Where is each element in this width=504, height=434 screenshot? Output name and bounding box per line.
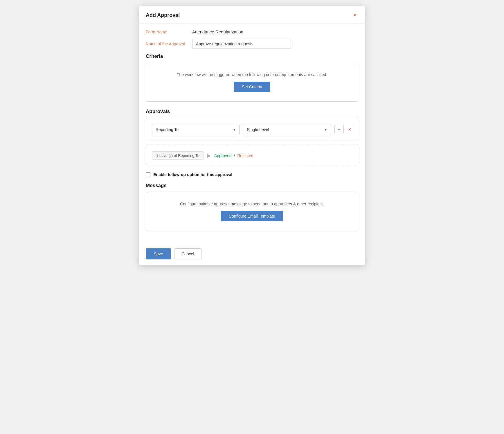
modal-footer: Save Cancel — [139, 245, 365, 265]
workflow-preview-box: 1 Level(s) of Reporting To ▶ Approved / … — [146, 146, 358, 165]
criteria-section-title: Criteria — [146, 53, 358, 59]
add-approval-level-button[interactable]: + — [334, 125, 344, 134]
approval-name-input[interactable] — [192, 39, 291, 49]
followup-row: Enable follow-up option for this approva… — [146, 172, 358, 177]
approvals-row: Reporting To Manager HR ▼ Single Level M… — [152, 124, 352, 135]
reporting-to-select[interactable]: Reporting To Manager HR — [152, 124, 240, 135]
modal-title: Add Approval — [146, 12, 180, 18]
add-approval-modal: Add Approval × Form Name Attendance Regu… — [139, 6, 365, 265]
workflow-arrow-icon: ▶ — [207, 153, 211, 158]
message-section-title: Message — [146, 183, 358, 189]
followup-label: Enable follow-up option for this approva… — [153, 172, 232, 177]
level-select[interactable]: Single Level Multi Level — [243, 124, 331, 135]
set-criteria-button[interactable]: Set Criteria — [234, 82, 270, 92]
form-name-label: Form Name — [146, 30, 192, 34]
workflow-status: Approved / Rejected — [214, 153, 253, 158]
approvals-box: Reporting To Manager HR ▼ Single Level M… — [146, 118, 358, 141]
save-button[interactable]: Save — [146, 248, 171, 259]
remove-approval-button[interactable]: × — [347, 127, 352, 132]
close-button[interactable]: × — [351, 12, 358, 19]
form-name-row: Form Name Attendance Regularization — [146, 29, 358, 34]
form-name-value: Attendance Regularization — [192, 29, 243, 34]
approved-status: Approved — [214, 153, 232, 158]
modal-header: Add Approval × — [139, 6, 365, 24]
workflow-step-label: 1 Level(s) of Reporting To — [152, 151, 204, 160]
criteria-description: The workflow will be triggered when the … — [152, 72, 352, 77]
configure-email-template-button[interactable]: Configure Email Template — [221, 211, 283, 221]
approvals-section-title: Approvals — [146, 109, 358, 114]
level-wrapper: Single Level Multi Level ▼ — [243, 124, 331, 135]
rejected-status: Rejected — [237, 153, 253, 158]
criteria-box: The workflow will be triggered when the … — [146, 63, 358, 102]
approval-name-row: Name of the Approval — [146, 39, 358, 49]
plus-icon: + — [338, 127, 340, 132]
approval-name-label: Name of the Approval — [146, 42, 192, 46]
message-description: Configure suitable approval message to s… — [152, 202, 352, 206]
modal-body: Form Name Attendance Regularization Name… — [139, 24, 365, 245]
followup-checkbox[interactable] — [146, 172, 150, 177]
cancel-button[interactable]: Cancel — [174, 248, 201, 259]
reporting-to-wrapper: Reporting To Manager HR ▼ — [152, 124, 240, 135]
status-separator: / — [234, 153, 235, 158]
message-box: Configure suitable approval message to s… — [146, 192, 358, 231]
